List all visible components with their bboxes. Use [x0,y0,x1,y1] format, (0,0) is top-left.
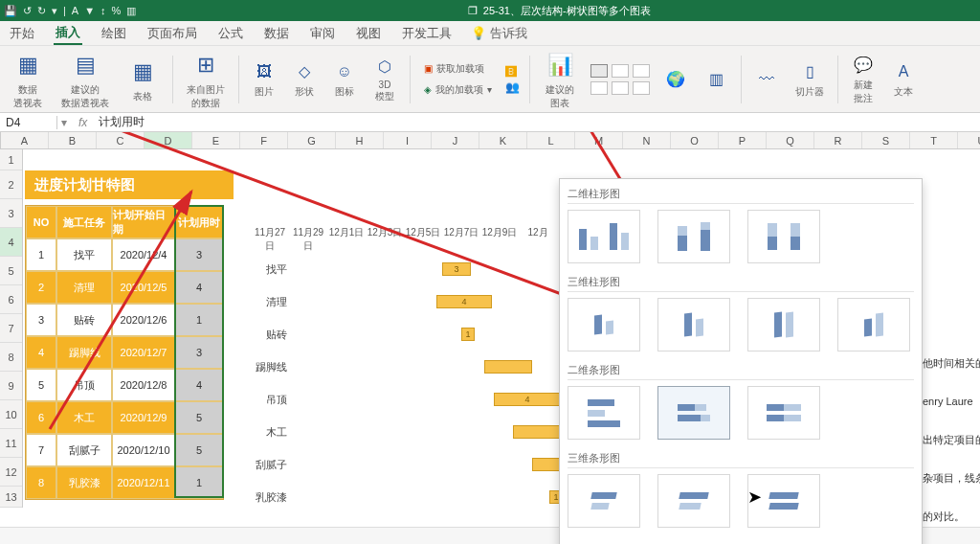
worksheet[interactable]: A B C D E F G H I J K L M N O P Q R S T … [0,132,980,544]
col-U[interactable]: U [958,132,980,148]
row-3[interactable]: 3 [0,199,22,228]
maps-button[interactable]: 🌍 [660,68,691,91]
save-icon[interactable]: 💾 [4,5,17,17]
text-button[interactable]: A文本 [888,60,919,99]
shapes-button[interactable]: ◇形状 [289,60,320,99]
scatter-chart-button[interactable] [633,81,650,95]
my-addins-button[interactable]: ◈我的加载项▾ [424,83,492,97]
undo-icon[interactable]: ↺ [23,5,32,17]
col-J[interactable]: J [432,132,479,148]
pivotchart-button[interactable]: ▥ [701,68,731,91]
th-no[interactable]: NO [26,206,56,238]
th-task[interactable]: 施工任务 [56,206,112,238]
col-O[interactable]: O [671,132,719,148]
tab-developer[interactable]: 开发工具 [400,23,454,44]
area-chart-button[interactable] [612,81,629,95]
th-dur[interactable]: 计划用时 [175,206,223,238]
col-E[interactable]: E [192,132,240,148]
row-2[interactable]: 2 [0,170,22,199]
col-R[interactable]: R [814,132,862,148]
people-graph-icon[interactable]: 👥 [505,80,520,94]
col-G[interactable]: G [288,132,336,148]
row-10[interactable]: 10 [0,400,22,429]
col-K[interactable]: K [479,132,527,148]
row-13[interactable]: 13 [0,487,22,508]
namebox-dropdown-icon[interactable]: ▾ [57,116,71,129]
new-comment-button[interactable]: 💬新建 批注 [848,54,879,105]
table-button[interactable]: ▦表格 [122,56,163,103]
percent-icon[interactable]: % [112,5,122,16]
sparkline-button[interactable]: 〰 [751,68,782,91]
col-F[interactable]: F [240,132,288,148]
col-T[interactable]: T [910,132,958,148]
pie-chart-button[interactable] [633,64,650,78]
redo-icon[interactable]: ↻ [37,5,46,17]
row-6[interactable]: 6 [0,285,22,314]
tab-formulas[interactable]: 公式 [216,23,245,44]
chart-3d-stacked-column[interactable] [657,298,730,351]
row-7[interactable]: 7 [0,314,22,343]
col-M[interactable]: M [575,132,623,148]
chart-100-stacked-bar[interactable] [747,386,820,440]
tab-draw[interactable]: 绘图 [100,23,128,44]
col-S[interactable]: S [862,132,910,148]
chart-3d-column[interactable] [837,298,910,351]
chart-3d-stacked-bar[interactable] [657,474,730,528]
col-N[interactable]: N [623,132,671,148]
pictures-button[interactable]: 🖼图片 [249,60,279,99]
tab-review[interactable]: 审阅 [308,23,337,44]
row-9[interactable]: 9 [0,372,22,400]
col-Q[interactable]: Q [767,132,814,148]
tab-layout[interactable]: 页面布局 [145,23,199,44]
tab-insert[interactable]: 插入 [54,22,82,45]
col-A[interactable]: A [1,132,49,148]
more-icon[interactable]: ▾ [52,5,57,17]
chart-stacked-column[interactable] [657,210,730,263]
chart-clustered-column[interactable] [568,210,640,263]
tab-home[interactable]: 开始 [8,23,36,44]
col-H[interactable]: H [336,132,384,148]
recommended-pivot-button[interactable]: ▤建议的 数据透视表 [57,49,113,110]
slicer-button[interactable]: ▯切片器 [791,60,828,99]
tab-view[interactable]: 视图 [354,23,383,44]
col-P[interactable]: P [719,132,767,148]
chart-icon[interactable]: ▥ [126,5,136,17]
gantt-task-label: 找平 [251,262,293,277]
col-D[interactable]: D [145,132,192,148]
col-B[interactable]: B [49,132,97,148]
formula-input[interactable]: 计划用时 [95,114,980,130]
row-12[interactable]: 12 [0,458,22,487]
chart-stacked-bar[interactable] [657,386,730,440]
row-5[interactable]: 5 [0,257,22,285]
icons-button[interactable]: ☺图标 [329,60,360,99]
th-date[interactable]: 计划开始日期 [112,206,175,238]
col-L[interactable]: L [527,132,575,148]
col-C[interactable]: C [97,132,145,148]
chart-100-stacked-column[interactable] [747,210,820,263]
chart-clustered-bar[interactable] [568,386,640,440]
sort-icon[interactable]: ↕ [100,5,106,16]
pivot-table-button[interactable]: ▦数据 透视表 [8,49,48,110]
row-4[interactable]: 4 [0,228,22,257]
bing-maps-icon[interactable]: 🅱 [505,65,517,79]
font-icon[interactable]: A [72,5,78,16]
from-picture-button[interactable]: ⊞来自图片 的数据 [183,49,229,110]
chart-3d-clustered-column[interactable] [568,298,640,351]
3d-models-button[interactable]: ⬡3D 模型 [369,55,400,103]
row-11[interactable]: 11 [0,429,22,458]
chart-3d-100-stacked-column[interactable] [747,298,820,351]
row-8[interactable]: 8 [0,343,22,372]
col-I[interactable]: I [384,132,432,148]
fx-icon[interactable]: fx [71,116,95,129]
chart-3d-clustered-bar[interactable] [568,474,640,528]
line-chart-button[interactable] [612,64,629,78]
recommended-charts-button[interactable]: 📊建议的 图表 [540,49,580,110]
name-box[interactable]: D4 [0,116,57,129]
tell-me[interactable]: 💡告诉我 [471,25,527,42]
column-chart-button[interactable] [590,64,608,78]
filter-icon[interactable]: ▼ [84,5,95,16]
bar-chart-button[interactable] [590,81,608,95]
tab-data[interactable]: 数据 [262,23,291,44]
row-1[interactable]: 1 [0,149,22,170]
get-addins-button[interactable]: ▣获取加载项 [424,62,484,76]
